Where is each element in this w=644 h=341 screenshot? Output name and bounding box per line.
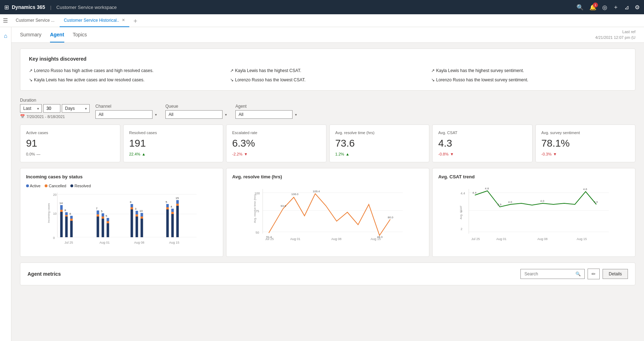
svg-text:Jul 25: Jul 25 bbox=[471, 237, 480, 241]
svg-rect-33 bbox=[131, 209, 133, 237]
queue-select[interactable]: All bbox=[165, 110, 223, 119]
app-body: ⌂ Summary Agent Topics Last ref 4/21/202… bbox=[0, 27, 644, 341]
svg-rect-13 bbox=[65, 212, 68, 215]
insight-arrow-2: ↗ bbox=[230, 68, 234, 73]
svg-text:10: 10 bbox=[53, 212, 57, 215]
svg-text:7: 7 bbox=[96, 207, 98, 210]
duration-number-input[interactable] bbox=[43, 104, 60, 113]
kpi-indicator-2: ▼ bbox=[244, 152, 248, 156]
kpi-active-cases: Active cases 91 0.0% — bbox=[20, 124, 120, 162]
target-icon[interactable]: ◎ bbox=[602, 4, 607, 11]
tab-customer-service[interactable]: Customer Service ... bbox=[11, 14, 59, 27]
svg-rect-50 bbox=[171, 214, 174, 237]
search-icon: 🔍 bbox=[575, 271, 581, 276]
svg-rect-48 bbox=[166, 204, 169, 207]
svg-text:4.0: 4.0 bbox=[508, 200, 513, 204]
agent-select[interactable]: All bbox=[235, 110, 293, 119]
nav-icons: 🔍 🔔 1 ◎ ＋ ⊿ ⚙ bbox=[576, 4, 640, 11]
duration-type-select[interactable]: Last This bbox=[20, 104, 42, 113]
svg-text:93.6: 93.6 bbox=[281, 204, 286, 208]
svg-rect-55 bbox=[176, 204, 179, 206]
svg-text:0: 0 bbox=[53, 236, 55, 240]
duration-period-select[interactable]: Days Weeks Months bbox=[62, 104, 90, 113]
svg-text:4.6: 4.6 bbox=[583, 188, 588, 191]
search-bar-wrap: 🔍 ✏ Details bbox=[520, 269, 628, 279]
workspace-title: Customer Service workspace bbox=[56, 5, 117, 10]
incoming-legend: Active Cancelled Resolved bbox=[26, 184, 217, 188]
svg-text:Aug 15: Aug 15 bbox=[169, 241, 180, 244]
search-icon[interactable]: 🔍 bbox=[576, 4, 584, 11]
insight-arrow-0: ↗ bbox=[29, 68, 33, 73]
bell-icon[interactable]: 🔔 1 bbox=[589, 4, 596, 11]
svg-rect-17 bbox=[70, 216, 73, 219]
tab-summary[interactable]: Summary bbox=[20, 27, 41, 42]
kpi-resolve-time: Avg. resolve time (hrs) 73.6 1.2% ▲ bbox=[329, 124, 430, 162]
svg-rect-42 bbox=[141, 217, 143, 219]
svg-rect-56 bbox=[176, 200, 179, 204]
page-tabs: Summary Agent Topics bbox=[20, 27, 87, 42]
tab-agent[interactable]: Agent bbox=[50, 27, 64, 42]
edit-icon-button[interactable]: ✏ bbox=[588, 269, 600, 279]
top-nav: ⊞ Dynamics 365 | Customer Service worksp… bbox=[0, 0, 644, 14]
search-input[interactable] bbox=[524, 271, 573, 276]
insight-arrow-5: ↘ bbox=[431, 77, 435, 82]
legend-resolved: Resolved bbox=[70, 184, 91, 188]
svg-text:14: 14 bbox=[60, 202, 63, 205]
plus-icon[interactable]: ＋ bbox=[613, 4, 619, 11]
svg-text:10: 10 bbox=[140, 209, 143, 213]
insight-item-4: ↗ Kayla Lewis has the highest survey sen… bbox=[431, 67, 626, 74]
kpi-change-2: -2.2% ▼ bbox=[232, 152, 320, 156]
app-title: Dynamics 365 bbox=[12, 4, 45, 10]
tab-close-icon[interactable]: ✕ bbox=[122, 18, 125, 22]
channel-select[interactable]: All bbox=[95, 110, 153, 119]
kpi-change-4: -0.8% ▼ bbox=[438, 152, 526, 156]
tab-bar: ☰ Customer Service ... Customer Service … bbox=[0, 14, 644, 27]
svg-rect-11 bbox=[65, 217, 68, 237]
details-button[interactable]: Details bbox=[603, 269, 628, 279]
insight-arrow-1: ↘ bbox=[29, 77, 33, 82]
svg-rect-47 bbox=[166, 207, 169, 209]
filter-agent: Agent All bbox=[235, 104, 300, 119]
legend-cancelled: Cancelled bbox=[45, 184, 66, 188]
svg-text:5: 5 bbox=[106, 214, 108, 218]
home-icon[interactable]: ⌂ bbox=[4, 30, 8, 42]
hamburger-icon[interactable]: ☰ bbox=[3, 17, 8, 24]
kpi-row: Active cases 91 0.0% — Resolved cases 19… bbox=[20, 124, 635, 162]
svg-text:8: 8 bbox=[130, 200, 132, 204]
filter-icon[interactable]: ⊿ bbox=[624, 4, 629, 11]
svg-text:Jul 25: Jul 25 bbox=[265, 237, 274, 241]
svg-text:106.0: 106.0 bbox=[291, 193, 299, 196]
svg-text:8: 8 bbox=[65, 209, 66, 212]
tab-add-icon[interactable]: ＋ bbox=[130, 16, 141, 25]
agent-metrics-bar: Agent metrics 🔍 ✏ Details bbox=[20, 263, 635, 285]
tab-historical[interactable]: Customer Service Historical.. ✕ bbox=[60, 14, 130, 27]
resolve-time-svg: 100 75 50 51.4 93.6 bbox=[232, 184, 423, 250]
chart-row: Incoming cases by status Active Cancelle… bbox=[20, 168, 635, 257]
svg-rect-22 bbox=[97, 210, 99, 214]
last-refresh: Last ref 4/21/2021 12:07 pm (U bbox=[595, 29, 635, 40]
insight-item-5: ↘ Lorenzo Russo has the lowest survey se… bbox=[431, 77, 626, 83]
kpi-indicator-3: ▲ bbox=[346, 152, 350, 156]
svg-text:109.4: 109.4 bbox=[313, 190, 320, 193]
csat-trend-svg: 4.4 4 2 4.4 4.8 3.9 bbox=[438, 184, 629, 250]
svg-text:Avg. CSAT: Avg. CSAT bbox=[459, 205, 463, 219]
filters-row: Duration Last This Days Week bbox=[20, 98, 635, 119]
kpi-change-1: 22.4% ▲ bbox=[129, 152, 218, 156]
svg-text:5: 5 bbox=[101, 210, 103, 213]
svg-text:5: 5 bbox=[166, 200, 168, 204]
svg-text:4.4: 4.4 bbox=[461, 192, 465, 195]
kpi-escalated-rate: Escalated rate 6.3% -2.2% ▼ bbox=[226, 124, 326, 162]
grid-icon[interactable]: ⊞ bbox=[4, 4, 9, 11]
incoming-cases-svg: 20 10 0 14 bbox=[26, 191, 217, 248]
date-range: 📅 7/20/2021 - 8/18/2021 bbox=[20, 114, 90, 119]
filter-channel: Channel All bbox=[95, 104, 160, 119]
settings-icon[interactable]: ⚙ bbox=[635, 4, 640, 11]
insight-item-3: ↘ Lorenzo Russo has the lowest CSAT. bbox=[230, 77, 425, 83]
tab-topics[interactable]: Topics bbox=[73, 27, 87, 42]
svg-text:Aug 01: Aug 01 bbox=[290, 237, 301, 241]
svg-rect-16 bbox=[70, 219, 73, 221]
kpi-change-0: 0.0% — bbox=[26, 152, 114, 156]
insight-item-0: ↗ Lorenzo Russo has high active cases an… bbox=[29, 67, 224, 74]
svg-rect-28 bbox=[107, 223, 109, 237]
kpi-csat: Avg. CSAT 4.3 -0.8% ▼ bbox=[432, 124, 533, 162]
